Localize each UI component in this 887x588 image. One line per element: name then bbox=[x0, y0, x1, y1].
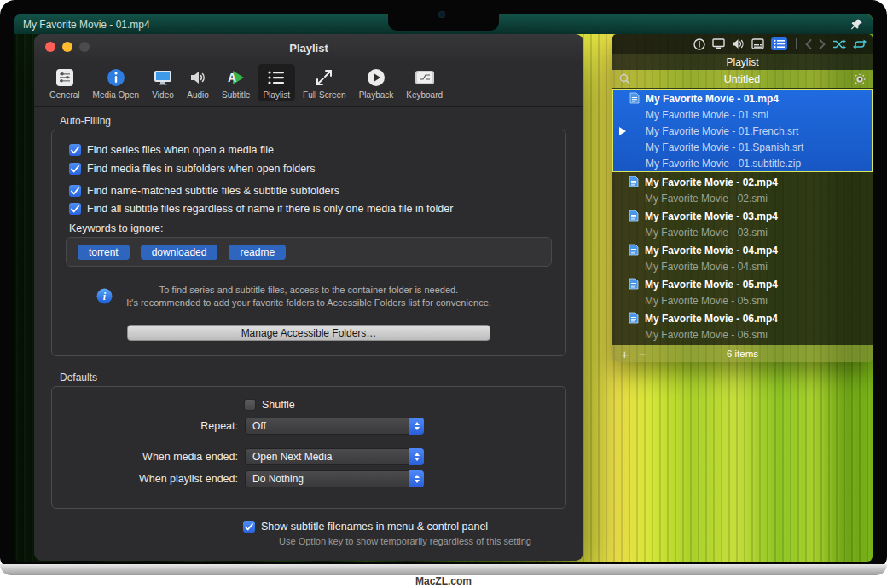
toolbar-item-playlist[interactable]: Playlist bbox=[258, 64, 295, 101]
fullscreen-icon bbox=[313, 66, 335, 89]
checkbox-row: Find all subtitle files regardless of na… bbox=[69, 203, 453, 215]
toolbar-item-video[interactable]: Video bbox=[147, 64, 179, 101]
toolbar-item-label: Playback bbox=[359, 90, 394, 100]
popup-repeat[interactable]: Off bbox=[245, 418, 424, 435]
checkbox-1[interactable] bbox=[69, 144, 81, 156]
playlist-name-field[interactable]: Untitled bbox=[635, 73, 849, 85]
keyboard-icon bbox=[414, 66, 436, 89]
keywords-box[interactable]: torrentdownloadedreadme bbox=[66, 237, 552, 267]
playlist-row-label: My Favorite Movie - 01.Spanish.srt bbox=[646, 141, 803, 153]
prefs-toolbar: GeneralMedia OpenVideoAudioASubtitlePlay… bbox=[34, 58, 583, 107]
back-icon[interactable] bbox=[805, 39, 812, 49]
media-file-icon bbox=[629, 92, 640, 104]
keywords-label: Keywords to ignore: bbox=[69, 222, 163, 234]
volume-icon[interactable] bbox=[732, 38, 745, 49]
section-label-auto-filling: Auto-Filling bbox=[60, 115, 583, 127]
checkbox-row: Find media files in subfolders when open… bbox=[69, 163, 316, 175]
search-icon[interactable] bbox=[619, 73, 630, 84]
playlist-row-label: My Favorite Movie - 01.mp4 bbox=[646, 93, 779, 105]
playlist-search-row: Untitled bbox=[612, 70, 873, 88]
toolbar-item-keyboard[interactable]: Keyboard bbox=[401, 64, 448, 101]
playlist-row[interactable]: My Favorite Movie - 04.mp4 bbox=[612, 242, 873, 258]
subtitle-panel-icon[interactable] bbox=[751, 38, 764, 49]
playlist-row[interactable]: My Favorite Movie - 01.mp4 bbox=[613, 90, 872, 107]
playlist-row[interactable]: My Favorite Movie - 01.smi bbox=[613, 107, 872, 123]
playlist-row-label: My Favorite Movie - 04.mp4 bbox=[645, 245, 778, 257]
audio-icon bbox=[187, 66, 209, 89]
zoom-button[interactable] bbox=[79, 42, 90, 52]
playlist-row[interactable]: My Favorite Movie - 02.mp4 bbox=[612, 174, 873, 190]
playlist-row[interactable]: My Favorite Movie - 06.mp4 bbox=[612, 310, 873, 326]
playlist-row-label: My Favorite Movie - 06.smi bbox=[645, 329, 768, 341]
playlist-row[interactable]: My Favorite Movie - 03.mp4 bbox=[612, 208, 873, 224]
shuffle-icon[interactable] bbox=[832, 39, 846, 49]
popup-row-repeat: Repeat:Off bbox=[52, 418, 424, 435]
shuffle-label: Shuffle bbox=[262, 399, 295, 411]
manage-accessible-folders-button[interactable]: Manage Accessible Folders… bbox=[127, 325, 490, 341]
checkbox-4[interactable] bbox=[69, 203, 81, 215]
general-icon bbox=[54, 66, 76, 89]
playlist-list-icon[interactable] bbox=[771, 37, 787, 50]
checkbox-2[interactable] bbox=[69, 163, 81, 175]
toolbar-item-media-open[interactable]: Media Open bbox=[88, 64, 144, 101]
window-controls bbox=[45, 42, 90, 52]
close-button[interactable] bbox=[45, 42, 55, 52]
preferences-window: Playlist GeneralMedia OpenVideoAudioASub… bbox=[34, 34, 583, 561]
toolbar-item-full-screen[interactable]: Full Screen bbox=[298, 64, 351, 101]
gear-icon[interactable] bbox=[854, 73, 866, 85]
laptop-frame: My Favorite Movie - 01.mp4 Playlist Gene… bbox=[0, 0, 887, 568]
popup-when-playlist-ended[interactable]: Do Nothing bbox=[245, 470, 424, 487]
playlist-row[interactable]: My Favorite Movie - 03.smi bbox=[612, 224, 873, 240]
shuffle-checkbox[interactable] bbox=[244, 399, 256, 411]
popup-label: Repeat: bbox=[52, 420, 238, 432]
playlist-group: My Favorite Movie - 02.mp4My Favorite Mo… bbox=[612, 174, 873, 206]
info-icon: i bbox=[96, 288, 113, 304]
popup-row-when-media-ended: When media ended:Open Next Media bbox=[52, 448, 424, 465]
keyword-chip[interactable]: downloaded bbox=[141, 245, 218, 260]
defaults-group: Shuffle Repeat:OffWhen media ended:Open … bbox=[51, 386, 566, 509]
show-subtitle-note: Use Option key to show temporarily regar… bbox=[230, 536, 580, 546]
show-subtitle-checkbox[interactable] bbox=[243, 521, 255, 533]
toolbar-item-audio[interactable]: Audio bbox=[182, 64, 214, 101]
playlist-row[interactable]: My Favorite Movie - 04.smi bbox=[612, 258, 873, 274]
toolbar-item-subtitle[interactable]: ASubtitle bbox=[217, 64, 255, 101]
prefs-window-title: Playlist bbox=[289, 42, 328, 55]
playlist-row[interactable]: My Favorite Movie - 05.smi bbox=[612, 292, 873, 308]
toolbar-item-playback[interactable]: Playback bbox=[354, 64, 399, 101]
keyword-chip[interactable]: torrent bbox=[78, 245, 130, 260]
repeat-icon[interactable] bbox=[853, 39, 867, 49]
subtitle-icon: A bbox=[225, 66, 247, 89]
show-subtitle-row: Show subtitle filenames in menu & contro… bbox=[243, 521, 583, 533]
toolbar-item-general[interactable]: General bbox=[44, 64, 85, 101]
add-button[interactable]: + bbox=[621, 348, 629, 360]
playlist-icon bbox=[265, 66, 287, 89]
playlist-row[interactable]: My Favorite Movie - 01.subtitle.zip bbox=[613, 155, 872, 171]
playlist-panel: Playlist Untitled My Favorite Movie - 01… bbox=[612, 34, 873, 362]
playlist-row[interactable]: My Favorite Movie - 06.smi bbox=[612, 326, 873, 343]
playlist-row[interactable]: My Favorite Movie - 02.smi bbox=[612, 190, 873, 206]
section-label-defaults: Defaults bbox=[60, 372, 583, 383]
playlist-row[interactable]: My Favorite Movie - 05.mp4 bbox=[612, 276, 873, 292]
keyword-chip[interactable]: readme bbox=[229, 245, 286, 260]
stepper-icon bbox=[409, 470, 424, 487]
svg-text:A: A bbox=[228, 71, 236, 84]
remove-button[interactable]: − bbox=[639, 348, 646, 360]
playlist-row-label: My Favorite Movie - 03.mp4 bbox=[645, 210, 778, 222]
prefs-titlebar[interactable]: Playlist bbox=[34, 34, 583, 58]
playlist-row[interactable]: My Favorite Movie - 01.French.srt bbox=[613, 123, 872, 139]
macbook-mockup: My Favorite Movie - 01.mp4 Playlist Gene… bbox=[0, 0, 887, 588]
media-file-icon bbox=[629, 312, 639, 324]
info-icon[interactable] bbox=[693, 38, 705, 50]
shuffle-row: Shuffle bbox=[244, 399, 295, 411]
media-file-icon bbox=[629, 244, 639, 256]
checkbox-3[interactable] bbox=[69, 185, 81, 197]
playlist-row[interactable]: My Favorite Movie - 01.Spanish.srt bbox=[613, 139, 872, 155]
pin-icon[interactable] bbox=[850, 18, 864, 32]
playlist-footer: 6 items + − bbox=[612, 345, 873, 362]
popup-when-media-ended[interactable]: Open Next Media bbox=[245, 448, 424, 465]
playlist-row-label: My Favorite Movie - 03.smi bbox=[645, 227, 768, 239]
forward-icon[interactable] bbox=[819, 39, 826, 49]
minimize-button[interactable] bbox=[62, 42, 72, 52]
display-icon[interactable] bbox=[712, 38, 725, 49]
playlist-panel-title: Playlist bbox=[612, 54, 873, 70]
